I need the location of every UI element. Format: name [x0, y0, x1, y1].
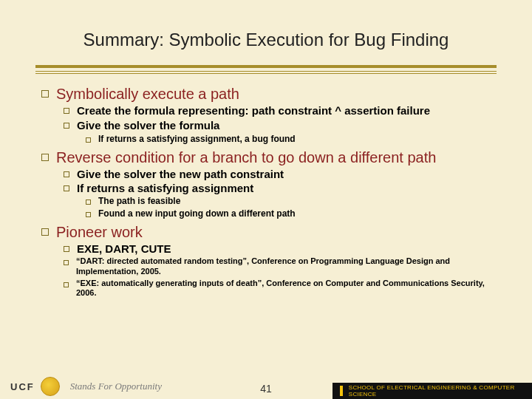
bullet-lvl2: EXE, DART, CUTE: [64, 242, 502, 255]
bullet-text: Give the solver the formula: [77, 119, 219, 132]
bullet-text: Pioneer work: [56, 224, 143, 241]
bullet-lvl1: Reverse condition for a branch to go dow…: [41, 149, 502, 166]
square-bullet-icon: [64, 108, 69, 114]
accent-bar-icon: [340, 386, 343, 396]
square-bullet-icon: [86, 200, 91, 205]
bullet-lvl2: If returns a satisfying assignment: [64, 182, 502, 194]
bullet-text: Found a new input going down a different…: [98, 208, 296, 219]
ucf-logo-block: UCF Stands For Opportunity: [0, 377, 162, 396]
bullet-lvl1: Pioneer work: [41, 224, 502, 241]
title-rule: [35, 65, 497, 74]
bullet-lvl2: Give the solver the new path constraint: [64, 168, 502, 180]
square-bullet-icon: [64, 260, 69, 265]
bullet-text: Reverse condition for a branch to go dow…: [56, 149, 436, 166]
square-bullet-icon: [41, 90, 49, 98]
bullet-lvl3: If returns a satisfying assignment, a bu…: [86, 134, 502, 145]
bullet-lvl3: Found a new input going down a different…: [86, 208, 502, 219]
square-bullet-icon: [64, 123, 69, 129]
bullet-text: The path is feasible: [98, 196, 180, 207]
bullet-lvl2: Give the solver the formula: [64, 119, 502, 132]
bullet-text: If returns a satisfying assignment, a bu…: [98, 134, 296, 145]
bullet-text: “EXE: automatically generating inputs of…: [76, 279, 502, 299]
eecs-label: SCHOOL OF ELECTRICAL ENGINEERING & COMPU…: [349, 384, 532, 398]
square-bullet-icon: [64, 282, 69, 287]
bullet-lvl2: “DART: directed automated random testing…: [64, 256, 502, 277]
square-bullet-icon: [64, 246, 69, 252]
bullet-text: Symbolically execute a path: [56, 86, 239, 103]
bullet-text: Create the formula representing: path co…: [77, 104, 430, 117]
bullet-text: Give the solver the new path constraint: [77, 168, 284, 180]
ucf-tagline: Stands For Opportunity: [70, 381, 162, 392]
bullet-lvl2: “EXE: automatically generating inputs of…: [64, 279, 502, 299]
eecs-banner: SCHOOL OF ELECTRICAL ENGINEERING & COMPU…: [332, 383, 532, 399]
slide-title: Summary: Symbolic Execution for Bug Find…: [0, 30, 532, 50]
bullet-lvl2: Create the formula representing: path co…: [64, 104, 502, 117]
bullet-text: “DART: directed automated random testing…: [76, 256, 502, 277]
bullet-text: EXE, DART, CUTE: [77, 242, 171, 255]
bullet-lvl1: Symbolically execute a path: [41, 86, 502, 103]
pegasus-seal-icon: [41, 377, 60, 396]
square-bullet-icon: [41, 228, 49, 236]
square-bullet-icon: [64, 171, 69, 177]
square-bullet-icon: [86, 137, 91, 143]
content-area: Symbolically execute a path Create the f…: [41, 81, 502, 299]
ucf-wordmark: UCF: [10, 381, 35, 392]
bullet-lvl3: The path is feasible: [86, 196, 502, 207]
square-bullet-icon: [64, 185, 69, 191]
square-bullet-icon: [86, 212, 91, 217]
square-bullet-icon: [41, 154, 49, 161]
bullet-text: If returns a satisfying assignment: [77, 182, 253, 194]
